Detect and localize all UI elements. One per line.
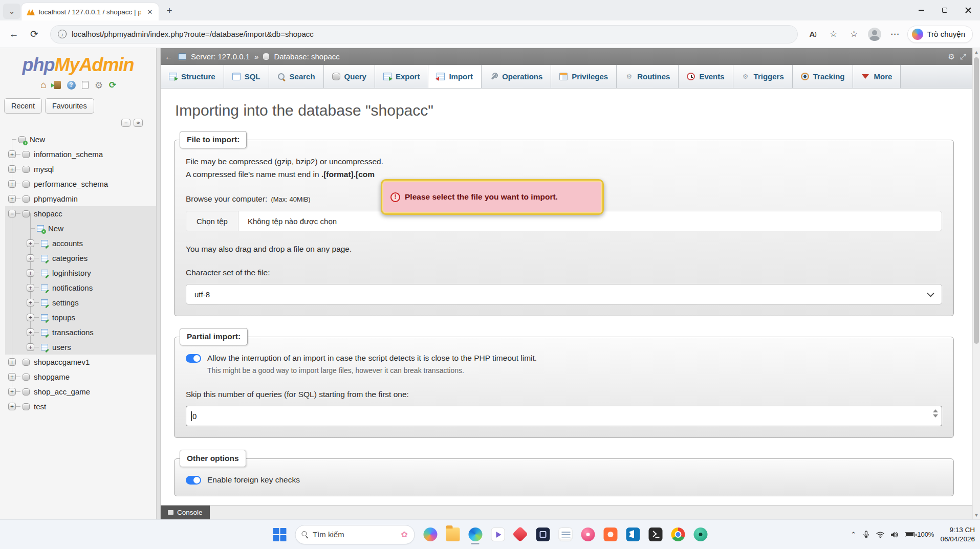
expand-icon[interactable]: + bbox=[27, 284, 34, 292]
spin-up-icon[interactable] bbox=[933, 409, 938, 412]
scrollbar-thumb[interactable] bbox=[974, 57, 979, 344]
expand-icon[interactable]: + bbox=[8, 388, 16, 396]
tab-query[interactable]: Query bbox=[324, 65, 375, 88]
close-button[interactable] bbox=[956, 0, 980, 20]
fullscreen-icon[interactable]: ⤢ bbox=[960, 52, 966, 61]
expand-icon[interactable]: + bbox=[27, 254, 34, 262]
tab-export[interactable]: Export bbox=[375, 65, 429, 88]
tree-db-shop_acc_game[interactable]: +shop_acc_game bbox=[5, 384, 156, 399]
tab-search[interactable]: Search bbox=[269, 65, 324, 88]
copilot-button[interactable]: Trò chuyện bbox=[907, 26, 973, 43]
expand-icon[interactable]: + bbox=[8, 195, 16, 203]
taskbar-notes-app-icon[interactable] bbox=[558, 528, 572, 541]
tab-structure[interactable]: Structure bbox=[161, 65, 224, 88]
taskbar-photos-app-icon[interactable] bbox=[581, 528, 595, 541]
tree-table-settings[interactable]: +settings bbox=[5, 295, 156, 310]
logout-icon[interactable] bbox=[52, 80, 62, 90]
expand-icon[interactable]: + bbox=[8, 373, 16, 381]
scroll-up-icon[interactable]: ▲ bbox=[973, 48, 980, 56]
tree-table-users[interactable]: +users bbox=[5, 340, 156, 355]
tree-db-shopaccgamev1[interactable]: +shopaccgamev1 bbox=[5, 355, 156, 369]
tab-import[interactable]: Import bbox=[428, 65, 482, 88]
tree-db-shopacc[interactable]: −shopacc bbox=[5, 206, 156, 221]
scroll-down-icon[interactable]: ▼ bbox=[973, 511, 980, 519]
tab-events[interactable]: Events bbox=[679, 65, 733, 88]
expand-icon[interactable]: + bbox=[8, 150, 16, 158]
expand-icon[interactable]: + bbox=[27, 314, 34, 321]
tree-db-mysql[interactable]: +mysql bbox=[5, 162, 156, 177]
tree-item-new-database[interactable]: New bbox=[5, 132, 156, 147]
browser-tab[interactable]: localhost / 127.0.0.1 / shopacc | ph ✕ bbox=[21, 3, 159, 20]
docs-icon[interactable] bbox=[80, 80, 90, 90]
choose-file-button[interactable]: Chọn tệp bbox=[186, 211, 238, 231]
skip-queries-input[interactable]: 0 bbox=[186, 406, 942, 426]
taskbar-terminal-icon[interactable] bbox=[648, 528, 662, 541]
tree-table-transactions[interactable]: +transactions bbox=[5, 325, 156, 340]
taskbar-search[interactable]: Tìm kiếm ✿ bbox=[295, 525, 415, 544]
taskbar-vscode-icon[interactable] bbox=[626, 528, 640, 541]
taskbar-file-explorer-icon[interactable] bbox=[446, 528, 460, 541]
tab-search-chevron-icon[interactable]: ⌄ bbox=[3, 4, 20, 19]
volume-icon[interactable] bbox=[890, 531, 899, 538]
back-button[interactable]: ← bbox=[5, 26, 23, 43]
new-tab-button[interactable]: + bbox=[162, 4, 177, 18]
tab-sql[interactable]: SQL bbox=[224, 65, 269, 88]
taskbar-chrome-icon[interactable] bbox=[671, 528, 685, 541]
taskbar-edge-icon[interactable] bbox=[468, 528, 482, 541]
address-bar[interactable]: i localhost/phpmyadmin/index.php?route=/… bbox=[50, 25, 798, 43]
expand-icon[interactable]: + bbox=[27, 328, 34, 336]
microphone-icon[interactable] bbox=[862, 531, 870, 538]
expand-icon[interactable]: + bbox=[27, 239, 34, 247]
tab-operations[interactable]: Operations bbox=[482, 65, 551, 88]
read-aloud-icon[interactable]: A) bbox=[805, 26, 821, 42]
tab-privileges[interactable]: Privileges bbox=[551, 65, 617, 88]
expand-icon[interactable]: + bbox=[8, 165, 16, 173]
page-scrollbar[interactable]: ▲ ▼ bbox=[972, 48, 980, 519]
tree-table-notifications[interactable]: +notifications bbox=[5, 280, 156, 295]
tree-db-phpmyadmin[interactable]: +phpmyadmin bbox=[5, 191, 156, 206]
refresh-button[interactable]: ⟳ bbox=[26, 26, 43, 43]
expand-icon[interactable]: + bbox=[27, 269, 34, 277]
expand-icon[interactable]: + bbox=[8, 358, 16, 366]
taskbar-dark-app-icon[interactable] bbox=[536, 528, 550, 541]
home-icon[interactable]: ⌂ bbox=[38, 80, 49, 90]
taskbar-postman-icon[interactable] bbox=[603, 528, 617, 541]
settings-gear-icon[interactable]: ⚙ bbox=[94, 80, 104, 90]
url-text[interactable]: localhost/phpmyadmin/index.php?route=/da… bbox=[72, 30, 314, 38]
taskbar-teal-app-icon[interactable] bbox=[693, 528, 707, 541]
taskbar-gem-app-icon[interactable] bbox=[513, 528, 527, 541]
collapse-icon[interactable]: − bbox=[8, 210, 16, 217]
taskbar-copilot-icon[interactable] bbox=[423, 528, 437, 541]
breadcrumb-database[interactable]: Database: shopacc bbox=[274, 52, 339, 61]
favourites-button[interactable]: Favourites bbox=[45, 98, 94, 114]
console-toggle[interactable]: Console bbox=[161, 506, 210, 519]
tree-db-test[interactable]: +test bbox=[5, 399, 156, 414]
battery-status[interactable]: 100% bbox=[905, 531, 934, 538]
charset-select[interactable]: utf-8 bbox=[186, 284, 942, 304]
taskbar-edge-active[interactable] bbox=[468, 528, 482, 544]
tree-table-topups[interactable]: +topups bbox=[5, 310, 156, 325]
tab-close-icon[interactable]: ✕ bbox=[145, 7, 155, 16]
maximize-button[interactable] bbox=[933, 0, 956, 20]
expand-icon[interactable]: + bbox=[27, 299, 34, 306]
profile-avatar[interactable] bbox=[866, 26, 883, 42]
tree-table-categories[interactable]: +categories bbox=[5, 251, 156, 266]
minimize-button[interactable] bbox=[909, 0, 933, 20]
interrupt-toggle[interactable] bbox=[186, 354, 201, 363]
tree-table-loginhistory[interactable]: +loginhistory bbox=[5, 266, 156, 280]
start-button[interactable] bbox=[273, 528, 286, 541]
page-settings-icon[interactable]: ⚙ bbox=[948, 52, 955, 61]
tab-routines[interactable]: ⚙Routines bbox=[617, 65, 679, 88]
spin-down-icon[interactable] bbox=[933, 414, 938, 418]
link-main-panel-icon[interactable]: ⚭ bbox=[134, 119, 143, 127]
tree-db-shopgame[interactable]: +shopgame bbox=[5, 369, 156, 384]
breadcrumb-server[interactable]: Server: 127.0.0.1 bbox=[191, 52, 250, 61]
collapse-all-icon[interactable]: − bbox=[121, 119, 130, 127]
tree-table-accounts[interactable]: +accounts bbox=[5, 236, 156, 251]
favorite-star-icon[interactable]: ☆ bbox=[825, 26, 842, 42]
tab-tracking[interactable]: Tracking bbox=[793, 65, 854, 88]
expand-icon[interactable]: + bbox=[27, 343, 34, 351]
site-info-icon[interactable]: i bbox=[58, 30, 67, 38]
favorites-bar-icon[interactable]: ☆ bbox=[846, 26, 862, 42]
number-spinner[interactable] bbox=[933, 409, 938, 418]
